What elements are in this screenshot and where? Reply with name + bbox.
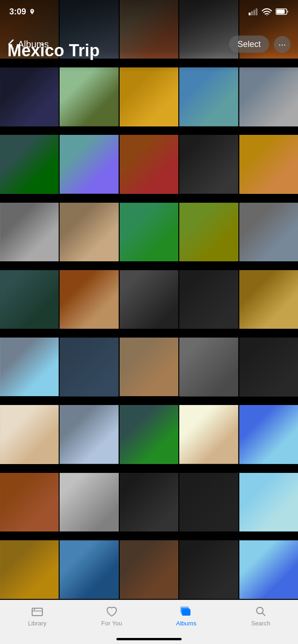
photo-cell[interactable] — [0, 270, 59, 329]
photo-thumbnail — [239, 540, 298, 599]
photo-cell[interactable] — [179, 473, 238, 531]
page-title: Mexico Trip — [7, 41, 100, 60]
photo-cell[interactable] — [179, 67, 238, 126]
header-actions: Select ··· — [229, 36, 291, 53]
photo-thumbnail — [179, 67, 238, 126]
photo-thumbnail — [60, 203, 118, 261]
photo-thumbnail — [0, 67, 59, 126]
photo-cell[interactable] — [239, 135, 298, 193]
header: Albums Select ··· Mexico Trip — [0, 23, 298, 65]
photo-thumbnail — [120, 473, 178, 531]
tab-for-you[interactable]: For You — [74, 605, 149, 627]
photo-cell[interactable] — [120, 203, 178, 261]
photo-cell[interactable] — [0, 338, 59, 396]
photo-thumbnail — [0, 405, 59, 464]
svg-rect-11 — [180, 606, 189, 613]
photo-cell[interactable] — [239, 203, 298, 261]
photo-cell[interactable] — [120, 135, 178, 193]
select-button[interactable]: Select — [229, 36, 269, 53]
tab-bar: Library For You Albums Search — [0, 600, 298, 644]
photo-grid — [0, 0, 298, 607]
photo-thumbnail — [179, 270, 238, 329]
photo-cell[interactable] — [60, 473, 118, 531]
photo-cell[interactable] — [0, 203, 59, 261]
photo-cell[interactable] — [179, 338, 238, 396]
svg-rect-7 — [32, 608, 42, 616]
photo-cell[interactable] — [179, 135, 238, 193]
library-tab-label: Library — [28, 620, 47, 627]
photo-thumbnail — [239, 67, 298, 126]
for-you-tab-icon — [105, 605, 118, 618]
photo-cell[interactable] — [120, 405, 178, 464]
photo-cell[interactable] — [179, 203, 238, 261]
photo-thumbnail — [0, 270, 59, 329]
photo-thumbnail — [239, 135, 298, 193]
albums-tab-label: Albums — [176, 620, 196, 627]
svg-rect-0 — [249, 13, 251, 15]
photo-cell[interactable] — [120, 540, 178, 599]
home-indicator — [116, 638, 182, 640]
more-button[interactable]: ··· — [274, 36, 291, 53]
photo-thumbnail — [239, 270, 298, 329]
photo-cell[interactable] — [239, 338, 298, 396]
photo-thumbnail — [60, 135, 118, 193]
wifi-icon — [262, 8, 272, 15]
status-icons — [249, 8, 289, 15]
search-tab-label: Search — [251, 620, 270, 627]
photo-thumbnail — [239, 338, 298, 396]
photo-cell[interactable] — [0, 540, 59, 599]
svg-rect-2 — [253, 10, 255, 15]
photo-thumbnail — [0, 135, 59, 193]
photo-thumbnail — [120, 135, 178, 193]
photo-cell[interactable] — [239, 473, 298, 531]
photo-thumbnail — [179, 203, 238, 261]
svg-point-4 — [266, 15, 268, 15]
photo-cell[interactable] — [120, 473, 178, 531]
tab-search[interactable]: Search — [224, 605, 298, 627]
tab-albums[interactable]: Albums — [149, 605, 224, 627]
photo-thumbnail — [179, 135, 238, 193]
photo-cell[interactable] — [239, 270, 298, 329]
photo-cell[interactable] — [60, 203, 118, 261]
photo-thumbnail — [120, 67, 178, 126]
photo-cell[interactable] — [120, 338, 178, 396]
photo-cell[interactable] — [239, 405, 298, 464]
photo-cell[interactable] — [179, 270, 238, 329]
battery-icon — [276, 8, 289, 15]
signal-icon — [249, 8, 258, 15]
photo-thumbnail — [60, 67, 118, 126]
photo-cell[interactable] — [120, 270, 178, 329]
photo-cell[interactable] — [60, 540, 118, 599]
photo-cell[interactable] — [239, 540, 298, 599]
photo-cell[interactable] — [60, 338, 118, 396]
photo-cell[interactable] — [120, 67, 178, 126]
photo-thumbnail — [60, 540, 118, 599]
svg-point-8 — [34, 609, 35, 611]
photo-thumbnail — [179, 338, 238, 396]
photo-cell[interactable] — [0, 135, 59, 193]
status-bar: 3:09 — [0, 0, 298, 23]
tab-library[interactable]: Library — [0, 605, 74, 627]
photo-cell[interactable] — [60, 405, 118, 464]
photo-cell[interactable] — [60, 67, 118, 126]
photo-cell[interactable] — [179, 405, 238, 464]
photo-thumbnail — [60, 473, 118, 531]
photo-cell[interactable] — [0, 67, 59, 126]
photo-thumbnail — [120, 405, 178, 464]
photo-cell[interactable] — [60, 270, 118, 329]
photo-thumbnail — [60, 270, 118, 329]
photo-cell[interactable] — [179, 540, 238, 599]
photo-cell[interactable] — [0, 405, 59, 464]
photo-thumbnail — [120, 540, 178, 599]
photo-cell[interactable] — [239, 67, 298, 126]
library-tab-icon — [31, 605, 44, 618]
time-display: 3:09 — [9, 7, 26, 17]
photo-thumbnail — [239, 203, 298, 261]
photo-cell[interactable] — [60, 135, 118, 193]
photo-thumbnail — [179, 473, 238, 531]
location-icon — [29, 8, 35, 15]
svg-rect-1 — [251, 11, 253, 15]
photo-thumbnail — [120, 270, 178, 329]
for-you-tab-label: For You — [102, 620, 122, 627]
photo-cell[interactable] — [0, 473, 59, 531]
